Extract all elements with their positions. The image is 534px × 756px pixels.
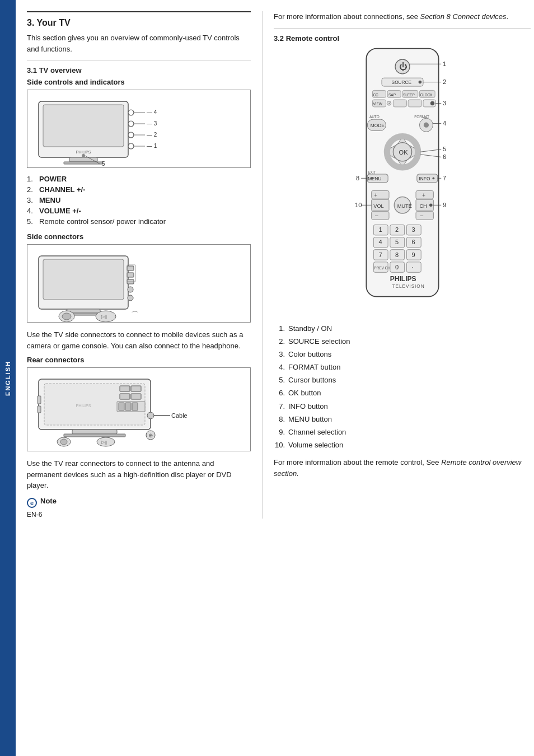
remote-item4-label: FORMAT button — [288, 362, 340, 372]
note-box: e Note — [27, 497, 251, 508]
svg-point-31 — [62, 313, 71, 320]
svg-text:— 1: — 1 — [147, 143, 157, 149]
svg-text:▷||: ▷|| — [101, 314, 107, 319]
rear-connectors-title: Rear connectors — [27, 356, 251, 364]
svg-text:PHILIPS: PHILIPS — [76, 404, 91, 408]
svg-text:VOL: VOL — [373, 203, 383, 208]
svg-text:— 4: — 4 — [147, 109, 157, 115]
note-label: Note — [40, 497, 57, 505]
remote-item3-label: Color buttons — [288, 349, 331, 360]
svg-text:MENU: MENU — [368, 176, 381, 181]
svg-text:CH: CH — [419, 203, 427, 208]
svg-rect-48 — [64, 434, 125, 437]
svg-text:8: 8 — [355, 175, 359, 181]
side-connectors-title: Side connectors — [27, 232, 251, 241]
svg-text:PHILIPS: PHILIPS — [390, 275, 416, 283]
svg-point-6 — [128, 121, 134, 127]
svg-text:VIEW: VIEW — [373, 102, 382, 106]
svg-text:5: 5 — [395, 239, 399, 245]
svg-point-8 — [128, 143, 134, 149]
svg-text:TELEVISION: TELEVISION — [392, 283, 424, 289]
svg-text:INFO: INFO — [419, 176, 430, 181]
svg-point-28 — [128, 295, 133, 301]
remote-item10-label: Volume selection — [288, 440, 343, 450]
svg-text:9: 9 — [443, 202, 446, 208]
svg-text:2: 2 — [443, 78, 446, 85]
svg-rect-122 — [371, 211, 388, 220]
remote-item5-label: Cursor buttons — [288, 375, 336, 385]
remote-item9-label: Channel selection — [288, 427, 346, 437]
svg-text:–: – — [375, 212, 378, 218]
svg-point-115 — [432, 177, 434, 179]
remote-item-8: 8. MENU button — [274, 414, 531, 424]
svg-rect-38 — [131, 386, 141, 391]
list-item-1: 1. POWER — [27, 175, 251, 183]
remote-item-1: 1. Standby / ON — [274, 324, 531, 334]
svg-text:SLEEP: SLEEP — [402, 92, 414, 96]
svg-rect-24 — [127, 266, 134, 270]
svg-rect-159 — [406, 262, 421, 272]
svg-text:AUTO: AUTO — [369, 115, 379, 119]
svg-text:1: 1 — [378, 226, 382, 233]
left-column: 3. Your TV This section gives you an ove… — [27, 11, 262, 519]
svg-rect-46 — [38, 406, 41, 413]
remote-diagram-container: ⏻ 1 SOURCE 2 CC SAP SLEEP — [274, 46, 531, 315]
svg-point-53 — [60, 439, 67, 445]
svg-text:⌒: ⌒ — [131, 310, 139, 319]
rear-connectors-text: Use the TV rear connectors to connect to… — [27, 458, 251, 491]
svg-text:OK: OK — [399, 148, 408, 155]
svg-text:0: 0 — [395, 263, 399, 270]
sidebar: ENGLISH — [0, 0, 16, 756]
remote-item-7: 7. INFO button — [274, 402, 531, 412]
svg-point-27 — [128, 287, 133, 292]
tv-side-svg: PHILIPS — 4 — 3 — [33, 96, 190, 168]
remote-item6-label: OK button — [288, 388, 321, 398]
svg-text:–: – — [420, 212, 423, 218]
svg-rect-42 — [119, 403, 124, 410]
svg-point-85 — [430, 101, 434, 105]
svg-point-66 — [418, 80, 421, 83]
svg-rect-39 — [120, 394, 130, 399]
svg-text:EXIT: EXIT — [368, 170, 376, 174]
svg-rect-47 — [72, 430, 117, 434]
side-controls-list: 1. POWER 2. CHANNEL +/- 3. MENU 4. VOLUM… — [27, 175, 251, 226]
svg-text:CC: CC — [373, 92, 378, 96]
svg-text:4: 4 — [443, 120, 446, 127]
svg-point-110 — [370, 177, 372, 179]
section-divider-2 — [274, 28, 531, 29]
svg-rect-82 — [393, 100, 406, 107]
svg-text:9: 9 — [411, 251, 415, 258]
svg-text:7: 7 — [443, 175, 446, 181]
svg-rect-25 — [127, 273, 134, 277]
remote-item-9: 9. Channel selection — [274, 427, 531, 437]
svg-text:6: 6 — [443, 153, 446, 160]
svg-text:MUTE: MUTE — [397, 203, 411, 208]
svg-text:SAP: SAP — [388, 92, 396, 96]
top-divider — [27, 11, 251, 12]
sidebar-label: ENGLISH — [4, 361, 11, 396]
svg-text:5: 5 — [102, 161, 105, 167]
svg-text:·: · — [411, 263, 413, 270]
remote-item8-label: MENU button — [288, 414, 332, 424]
remote-item7-label: INFO button — [288, 402, 328, 412]
connections-italic: Section 8 Connect devices — [420, 12, 507, 21]
svg-rect-45 — [38, 396, 41, 404]
svg-text:⏻: ⏻ — [399, 62, 407, 71]
remote-footer-italic: Remote control overview section. — [274, 458, 521, 478]
svg-point-49 — [147, 412, 154, 419]
svg-text:CLOCK: CLOCK — [420, 92, 433, 96]
svg-text:4: 4 — [378, 239, 382, 245]
svg-text:1: 1 — [443, 60, 446, 67]
remote-footer: For more information about the remote co… — [274, 457, 531, 479]
svg-point-9 — [82, 154, 85, 157]
svg-point-134 — [429, 203, 433, 207]
rear-connectors-diagram: Cable ▷|| PHILIPS ⊕ — [27, 367, 251, 451]
svg-rect-2 — [69, 157, 97, 162]
note-icon: e — [27, 498, 37, 508]
svg-text:+: + — [374, 192, 377, 198]
svg-text:10: 10 — [355, 202, 362, 208]
remote-item1-label: Standby / ON — [288, 324, 332, 334]
list-item-5: 5. Remote control sensor/ power indicato… — [27, 217, 251, 226]
section3-title: 3. Your TV — [27, 18, 251, 28]
side-connectors-text: Use the TV side connectors to connect to… — [27, 329, 251, 351]
